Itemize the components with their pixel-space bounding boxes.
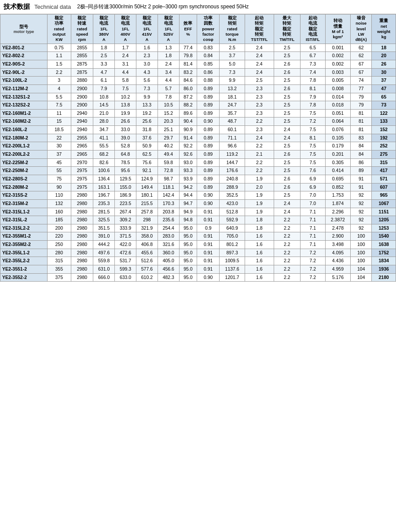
th-noise: 噪音noiselevelLWdB(A) xyxy=(351,15,372,44)
cell-tm_tfl: 2.4 xyxy=(274,126,300,134)
cell-eff: 93.0 xyxy=(179,158,197,167)
table-row: YE2-801-20.7528551.81.71.61.377.40.832.5… xyxy=(0,44,396,52)
cell-inertia: 1.874 xyxy=(325,199,350,208)
th-curr415: 额定电流1FL415VA xyxy=(136,15,158,44)
cell-curr_400: 531.7 xyxy=(115,257,136,265)
cell-noise: 84 xyxy=(351,150,372,159)
cell-noise: 84 xyxy=(351,142,372,150)
cell-tm_tfl: 2.5 xyxy=(274,158,300,167)
cell-speed_rpm: 2975 xyxy=(71,183,93,191)
cell-motor_type: YE2-355L2-2 xyxy=(0,257,48,265)
cell-pf: 0.90 xyxy=(197,199,220,208)
cell-speed_rpm: 2980 xyxy=(71,199,93,208)
cell-curr_400: 155.0 xyxy=(115,183,136,191)
cell-noise: 86 xyxy=(351,158,372,167)
cell-curr_400: 33.0 xyxy=(115,126,136,134)
cell-curr_400: 52.8 xyxy=(115,142,136,150)
cell-motor_type: YE2-355L1-2 xyxy=(0,249,48,257)
cell-ist_ifl: 6.9 xyxy=(300,175,325,183)
cell-pf: 0.89 xyxy=(197,142,220,150)
cell-eff: 95.0 xyxy=(179,232,197,241)
cell-speed_rpm: 2980 xyxy=(71,208,93,216)
table-row: YE2-132S1-25.5290010.810.29.97.887.20.89… xyxy=(0,93,396,101)
cell-eff: 79.8 xyxy=(179,52,197,60)
cell-ist_ifl: 7.2 xyxy=(300,273,325,282)
cell-curr_380: 7.9 xyxy=(93,84,115,93)
cell-inertia: 0.002 xyxy=(325,52,350,60)
cell-motor_type: YE2-160L-2 xyxy=(0,126,48,134)
cell-curr_380: 3.3 xyxy=(93,60,115,69)
cell-pf: 0.91 xyxy=(197,232,220,241)
cell-tst_tfl: 1.6 xyxy=(245,265,274,274)
cell-curr_525: 25.1 xyxy=(158,126,179,134)
cell-ist_ifl: 7.2 xyxy=(300,249,325,257)
cell-weight: 152 xyxy=(372,126,396,134)
cell-curr_400: 13.8 xyxy=(115,101,136,110)
cell-ist_ifl: 7.0 xyxy=(300,199,325,208)
table-row: YE2-112M-2429007.97.57.35.786.00.8913.22… xyxy=(0,84,396,93)
cell-curr_415: 512.6 xyxy=(136,257,158,265)
cell-curr_525: 49.4 xyxy=(158,150,179,159)
cell-rated_torque: 1009.5 xyxy=(220,257,245,265)
page-header: 技术数据 Technical data 2极–同步转速3000r/min 50H… xyxy=(0,0,396,14)
cell-weight: 965 xyxy=(372,191,396,200)
cell-curr_380: 196.7 xyxy=(93,191,115,200)
cell-weight: 252 xyxy=(372,142,396,150)
cell-power_kw: 160 xyxy=(47,208,71,216)
cell-curr_525: 3.4 xyxy=(158,68,179,77)
cell-weight: 1936 xyxy=(372,265,396,274)
cell-curr_400: 267.4 xyxy=(115,208,136,216)
cell-noise: 77 xyxy=(351,84,372,93)
cell-eff: 95.0 xyxy=(179,265,197,274)
cell-ist_ifl: 7.3 xyxy=(300,60,325,69)
table-row: YE2-315M-21322980235.3223.5215.5170.394.… xyxy=(0,199,396,208)
cell-curr_415: 19.2 xyxy=(136,109,158,117)
cell-speed_rpm: 2980 xyxy=(71,224,93,232)
th-motor-type: 型号 motor type xyxy=(0,15,48,44)
cell-tm_tfl: 2.2 xyxy=(274,265,300,274)
cell-motor_type: YE2-200L1-2 xyxy=(0,142,48,150)
cell-curr_400: 599.3 xyxy=(115,265,136,274)
cell-motor_type: YE2-200L2-2 xyxy=(0,150,48,159)
cell-motor_type: YE2-160M1-2 xyxy=(0,109,48,117)
cell-ist_ifl: 7.4 xyxy=(300,68,325,77)
cell-weight: 1067 xyxy=(372,199,396,208)
table-row: YE2-3552-23752980666.0633.0610.2482.395.… xyxy=(0,273,396,282)
cell-ist_ifl: 6.7 xyxy=(300,52,325,60)
cell-curr_400: 2.4 xyxy=(115,52,136,60)
cell-power_kw: 250 xyxy=(47,241,71,249)
th-speed: 额定转速ratedspeedrpm xyxy=(71,15,93,44)
cell-power_kw: 315 xyxy=(47,257,71,265)
cell-motor_type: YE2-160M2-2 xyxy=(0,117,48,126)
cell-noise: 100 xyxy=(351,249,372,257)
th-inertia: 转动惯量M of 1kgm² xyxy=(325,15,350,44)
cell-tst_tfl: 1.8 xyxy=(245,224,274,232)
cell-power_kw: 45 xyxy=(47,158,71,167)
cell-curr_415: 2.3 xyxy=(136,52,158,60)
cell-pf: 0.91 xyxy=(197,249,220,257)
cell-tst_tfl: 1.6 xyxy=(245,257,274,265)
cell-curr_415: 62.5 xyxy=(136,150,158,159)
cell-power_kw: 4 xyxy=(47,84,71,93)
cell-curr_525: 10.5 xyxy=(158,101,179,110)
cell-eff: 95.0 xyxy=(179,249,197,257)
cell-rated_torque: 352.5 xyxy=(220,191,245,200)
cell-curr_400: 333.9 xyxy=(115,224,136,232)
cell-tm_tfl: 2.2 xyxy=(274,257,300,265)
cell-curr_400: 95.6 xyxy=(115,167,136,175)
cell-noise: 92 xyxy=(351,208,372,216)
cell-curr_400: 4.4 xyxy=(115,68,136,77)
cell-ist_ifl: 7.2 xyxy=(300,265,325,274)
cell-tst_tfl: 2.3 xyxy=(245,84,274,93)
cell-eff: 95.0 xyxy=(179,257,197,265)
cell-tm_tfl: 2.5 xyxy=(274,191,300,200)
cell-motor_type: YE2-90S-2 xyxy=(0,60,48,69)
cell-eff: 91.4 xyxy=(179,134,197,142)
cell-curr_400: 78.5 xyxy=(115,158,136,167)
cell-tst_tfl: 2.5 xyxy=(245,77,274,85)
cell-noise: 81 xyxy=(351,117,372,126)
cell-inertia: 0.076 xyxy=(325,126,350,134)
cell-inertia: 0.414 xyxy=(325,167,350,175)
cell-weight: 1834 xyxy=(372,257,396,265)
table-row: YE2-200L1-230296555.552.850.940.292.20.8… xyxy=(0,142,396,150)
